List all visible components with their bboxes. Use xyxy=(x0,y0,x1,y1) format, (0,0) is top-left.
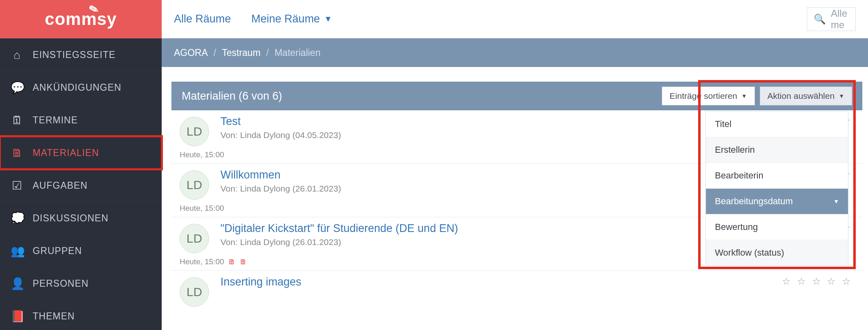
sort-option-label: Bearbeiterin xyxy=(715,170,763,181)
avatar: LD xyxy=(180,277,209,307)
sort-option-label: Workflow (status) xyxy=(715,247,784,258)
search-input[interactable]: 🔍 Alle me xyxy=(807,7,856,31)
sidebar-item-ankuendigungen[interactable]: 💬 ANKÜNDIGUNGEN xyxy=(0,71,162,104)
pdf-icon[interactable]: 🗎 xyxy=(228,258,236,266)
sidebar-item-einstiegsseite[interactable]: ⌂ EINSTIEGSSEITE xyxy=(0,38,162,71)
speech-icon: 💬 xyxy=(11,81,24,94)
my-rooms-label: Meine Räume xyxy=(251,13,320,25)
sidebar-item-label: ANKÜNDIGUNGEN xyxy=(33,82,121,93)
sidebar-item-label: THEMEN xyxy=(33,311,75,322)
item-meta: Von: Linda Dylong (26.01.2023) xyxy=(220,237,458,247)
sort-option-titel[interactable]: Titel xyxy=(706,111,848,137)
sidebar-item-diskussionen[interactable]: 💭 DISKUSSIONEN xyxy=(0,202,162,234)
logo[interactable]: commsy ✎ xyxy=(0,0,162,38)
breadcrumb-room[interactable]: Testraum xyxy=(222,47,260,58)
sort-option-erstellerin[interactable]: Erstellerin xyxy=(706,137,848,163)
item-timestamp: Heute, 15:00 xyxy=(180,204,224,213)
sidebar-item-label: MATERIALIEN xyxy=(33,147,99,158)
sidebar-item-label: AUFGABEN xyxy=(33,180,88,191)
caret-down-icon: ▼ xyxy=(833,198,839,205)
sort-option-label: Erstellerin xyxy=(715,145,755,155)
item-title-link[interactable]: Inserting images xyxy=(220,276,301,288)
file-icon: 🗎 xyxy=(11,146,24,160)
search-placeholder: Alle me xyxy=(831,8,849,31)
sidebar-item-termine[interactable]: 🗓 TERMINE xyxy=(0,104,162,136)
sidebar-item-gruppen[interactable]: 👥 GRUPPEN xyxy=(0,234,162,267)
sort-option-label: Titel xyxy=(715,119,732,129)
item-meta: Von: Linda Dylong (26.01.2023) xyxy=(220,184,341,194)
star-rating[interactable]: ☆ ☆ ☆ ☆ ☆ xyxy=(782,276,852,287)
sidebar-item-personen[interactable]: 👤 PERSONEN xyxy=(0,267,162,300)
item-timestamp: Heute, 15:00 xyxy=(180,150,224,159)
list-item[interactable]: LD Inserting images ☆ ☆ ☆ ☆ ☆ xyxy=(171,271,862,311)
sidebar: commsy ✎ ⌂ EINSTIEGSSEITE 💬 ANKÜNDIGUNGE… xyxy=(0,0,162,330)
sidebar-item-label: EINSTIEGSSEITE xyxy=(33,49,116,60)
breadcrumb-sep: / xyxy=(266,47,269,58)
search-icon: 🔍 xyxy=(814,13,826,25)
logo-text: commsy xyxy=(45,9,117,29)
sidebar-item-aufgaben[interactable]: ☑ AUFGABEN xyxy=(0,169,162,202)
chevron-down-icon: ▼ xyxy=(324,14,332,24)
book-icon: 📕 xyxy=(11,310,24,323)
breadcrumb-current: Materialien xyxy=(274,47,320,58)
sidebar-item-label: PERSONEN xyxy=(33,278,89,289)
group-icon: 👥 xyxy=(11,244,24,258)
item-timestamp: Heute, 15:00 xyxy=(180,257,224,266)
item-title-link[interactable]: "Digitaler Kickstart" für Studierende (D… xyxy=(220,222,458,235)
sidebar-item-themen[interactable]: 📕 THEMEN xyxy=(0,300,162,330)
sort-option-label: Bewertung xyxy=(715,222,758,232)
sidebar-item-label: TERMINE xyxy=(33,115,78,126)
item-meta: Von: Linda Dylong (04.05.2023) xyxy=(220,130,341,140)
panel-title: Materialien (6 von 6) xyxy=(182,90,657,103)
calendar-icon: 🗓 xyxy=(11,114,24,127)
pdf-icon[interactable]: 🗎 xyxy=(240,258,247,266)
sidebar-item-label: DISKUSSIONEN xyxy=(33,213,109,224)
breadcrumb-root[interactable]: AGORA xyxy=(174,47,208,58)
sort-dropdown-highlight: Titel Erstellerin Bearbeiterin Bearbeitu… xyxy=(701,83,852,266)
sidebar-item-materialien[interactable]: 🗎 MATERIALIEN xyxy=(0,136,162,169)
all-rooms-link[interactable]: Alle Räume xyxy=(174,13,231,25)
sidebar-item-label: GRUPPEN xyxy=(33,245,82,256)
discuss-icon: 💭 xyxy=(11,212,24,225)
sort-option-bearbeitungsdatum[interactable]: Bearbeitungsdatum ▼ xyxy=(706,189,848,214)
sort-option-bewertung[interactable]: Bewertung xyxy=(706,214,848,240)
sort-dropdown: Titel Erstellerin Bearbeiterin Bearbeitu… xyxy=(706,111,848,266)
check-icon: ☑ xyxy=(11,179,24,192)
home-icon: ⌂ xyxy=(11,49,24,62)
item-title-link[interactable]: Test xyxy=(220,115,341,128)
topbar: Alle Räume Meine Räume ▼ 🔍 Alle me xyxy=(162,0,868,38)
breadcrumb-sep: / xyxy=(214,47,216,58)
avatar: LD xyxy=(180,170,209,200)
rating: ☆ ☆ ☆ ☆ ☆ xyxy=(782,276,852,287)
avatar: LD xyxy=(180,117,209,146)
person-icon: 👤 xyxy=(11,277,24,290)
sort-option-label: Bearbeitungsdatum xyxy=(715,196,793,207)
avatar: LD xyxy=(180,224,209,253)
breadcrumb: AGORA / Testraum / Materialien xyxy=(162,38,868,67)
sort-option-bearbeiterin[interactable]: Bearbeiterin xyxy=(706,163,848,189)
item-title-link[interactable]: Willkommen xyxy=(220,169,341,181)
sort-option-workflow[interactable]: Workflow (status) xyxy=(706,240,848,265)
my-rooms-link[interactable]: Meine Räume ▼ xyxy=(251,13,332,25)
